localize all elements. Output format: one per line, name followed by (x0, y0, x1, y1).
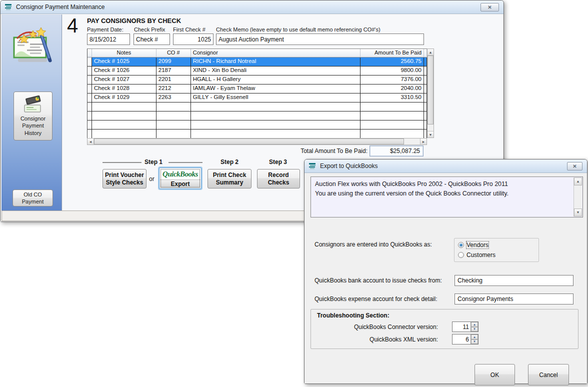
dialog-close-button[interactable]: ✕ (567, 162, 582, 170)
screen: Consignor Payment Maintenance ✕ (0, 0, 588, 387)
quickbooks-brand-label: QuickBooks (160, 168, 200, 180)
scroll-up-icon[interactable]: ▲ (428, 49, 434, 56)
scroll-up-icon[interactable]: ▲ (574, 178, 582, 186)
customers-radio-option[interactable]: Customers (458, 252, 496, 258)
cell-notes: Check # 1028 (92, 84, 156, 94)
quickbooks-export-label: Export (160, 180, 200, 188)
consignor-type-radio-group: Vendors Customers (454, 238, 539, 262)
cancel-button-label: Cancel (539, 372, 558, 378)
spin-up-icon[interactable]: ▲ (471, 334, 478, 340)
quickbooks-export-button[interactable]: QuickBooks Export (159, 168, 202, 189)
spin-down-icon[interactable]: ▼ (471, 327, 478, 332)
main-titlebar: Consignor Payment Maintenance ✕ (0, 0, 504, 14)
xml-spinner-arrows[interactable]: ▲ ▼ (470, 334, 478, 344)
record-checks-button[interactable]: Record Checks (257, 169, 300, 188)
oldco-button-label-1: Old CO (24, 191, 42, 198)
ok-button-label: OK (490, 372, 499, 378)
consignor-table: Notes CO # Consignor Amount To Be Paid C… (87, 48, 434, 145)
info-line-2: You are using the current version of the… (315, 189, 568, 198)
header-amount[interactable]: Amount To Be Paid (360, 49, 424, 58)
dialog-client: Auction Flex works with QuickBooks Pro 2… (304, 173, 587, 384)
bank-account-label: QuickBooks bank account to issue checks … (314, 277, 442, 284)
print-summary-label-2: Summary (216, 179, 244, 186)
cell-amount: 3310.50 (360, 94, 424, 102)
expense-account-input[interactable] (454, 294, 574, 304)
main-close-button[interactable]: ✕ (480, 3, 499, 12)
step2-label: Step 2 (220, 158, 238, 166)
first-check-label: First Check # (173, 26, 206, 32)
or-label: or (149, 176, 154, 182)
header-co[interactable]: CO # (156, 49, 191, 58)
scroll-left-icon[interactable]: ◄ (88, 138, 94, 144)
consignor-payment-history-button[interactable]: Consignor Payment History (14, 92, 52, 140)
table-row[interactable]: Check # 1025 2099 RICHN - Richard Notrea… (88, 58, 427, 66)
infobox-scrollbar[interactable]: ▲ ▼ (574, 178, 582, 216)
table-empty-row[interactable] (88, 120, 427, 130)
header-notes[interactable]: Notes (92, 49, 156, 58)
table-horizontal-scrollbar[interactable]: ◄ ► (87, 138, 427, 145)
connector-version-spinner[interactable]: ▲ ▼ (452, 322, 478, 332)
xml-version-label: QuickBooks XML version: (313, 336, 438, 343)
cell-notes: Check # 1029 (92, 94, 156, 102)
payment-date-input[interactable] (87, 34, 130, 45)
table-row[interactable]: Check # 1028 2212 IAMLAW - Eyam Thelaw 2… (88, 84, 427, 94)
page-title: PAY CONSIGNORS BY CHECK (87, 17, 181, 24)
old-co-payment-button[interactable]: Old CO Payment (12, 190, 53, 206)
cell-notes: Check # 1025 (92, 58, 156, 66)
cell-amount: 2560.75 (360, 58, 424, 66)
step-number: 4 (67, 14, 78, 37)
table-empty-row[interactable] (88, 102, 427, 112)
vendors-radio-button[interactable] (458, 242, 464, 248)
close-icon: ✕ (488, 4, 492, 10)
header-consignor[interactable]: Consignor (191, 49, 360, 58)
table-row[interactable]: Check # 1029 2263 GILLY - Gilly Essenell… (88, 94, 427, 102)
spin-down-icon[interactable]: ▼ (471, 340, 478, 344)
main-window-title: Consignor Payment Maintenance (16, 4, 104, 10)
customers-radio-label: Customers (466, 252, 496, 258)
cell-amount: 2040.00 (360, 84, 424, 94)
table-empty-row[interactable] (88, 130, 427, 138)
history-button-label-3: History (24, 130, 42, 136)
cell-consignor: IAMLAW - Eyam Thelaw (191, 84, 360, 94)
check-prefix-input[interactable] (134, 34, 170, 45)
vendors-radio-option[interactable]: Vendors (458, 242, 488, 248)
spin-up-icon[interactable]: ▲ (471, 322, 478, 327)
connector-spinner-arrows[interactable]: ▲ ▼ (470, 322, 478, 332)
print-voucher-checks-button[interactable]: Print Voucher Style Checks (102, 169, 146, 188)
customers-radio-button[interactable] (458, 252, 464, 258)
xml-version-spinner[interactable]: ▲ ▼ (452, 334, 478, 344)
horizontal-scroll-thumb[interactable] (94, 138, 404, 144)
scroll-down-icon[interactable]: ▼ (574, 208, 582, 216)
table-row[interactable]: Check # 1026 2187 XIND - Xin Bo Denali 9… (88, 66, 427, 76)
print-voucher-label-1: Print Voucher (105, 172, 144, 179)
print-check-summary-button[interactable]: Print Check Summary (208, 169, 252, 188)
table-empty-row[interactable] (88, 112, 427, 120)
step3-label: Step 3 (269, 158, 287, 166)
table-vertical-scrollbar[interactable]: ▲ ▼ (427, 48, 434, 138)
payment-date-label: Payment Date: (87, 26, 124, 32)
connector-version-value[interactable] (452, 322, 470, 332)
dialog-titlebar: Export to QuickBooks ✕ (304, 160, 587, 173)
scroll-down-icon[interactable]: ▼ (428, 131, 434, 138)
cell-amount: 7376.00 (360, 76, 424, 84)
cell-co: 2263 (156, 94, 191, 102)
record-checks-label-2: Checks (268, 179, 290, 186)
bank-account-input[interactable] (454, 275, 574, 286)
table-row[interactable]: Check # 1027 2201 HGALL - H Gallery 7376… (88, 76, 427, 84)
cell-co: 2099 (156, 58, 191, 66)
first-check-input[interactable] (173, 34, 214, 45)
total-amount-field: $25,087.25 (370, 146, 424, 156)
check-memo-input[interactable] (216, 34, 424, 45)
ok-button[interactable]: OK (474, 364, 515, 386)
scroll-right-icon[interactable]: ► (420, 138, 426, 144)
vendors-radio-label: Vendors (466, 242, 488, 248)
connector-version-label: QuickBooks Connector version: (313, 324, 438, 330)
cell-consignor: RICHN - Richard Notreal (191, 58, 360, 66)
dialog-title: Export to QuickBooks (320, 162, 378, 170)
xml-version-value[interactable] (452, 334, 470, 344)
cancel-button[interactable]: Cancel (528, 364, 569, 386)
vertical-scroll-thumb[interactable] (428, 56, 434, 124)
cell-consignor: HGALL - H Gallery (191, 76, 360, 84)
check-memo-label: Check Memo (leave empty to use default m… (216, 26, 380, 32)
expense-account-label: QuickBooks expense account for check det… (314, 296, 437, 302)
